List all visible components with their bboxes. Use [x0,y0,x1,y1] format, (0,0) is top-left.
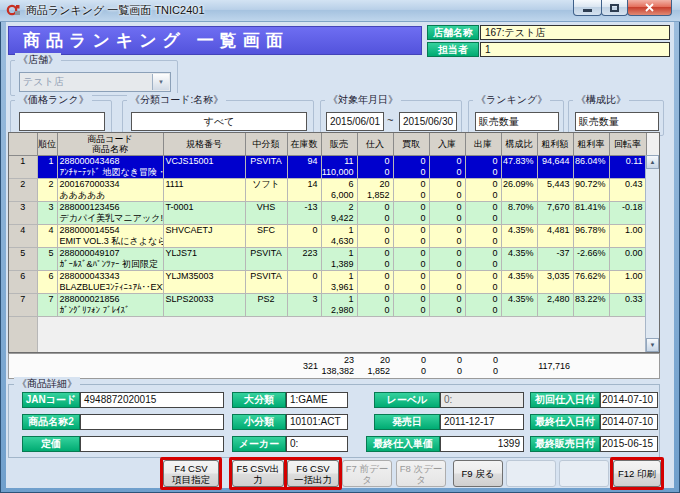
cell-gross-profit: 7,670 [537,201,573,224]
row-number: 6 [9,270,37,293]
cell-mid-class: PS2 [245,293,287,316]
cell-buyback: 00 [393,247,429,270]
cell-stock-in: 00 [429,270,465,293]
cell-stock-out: 00 [465,155,501,178]
minimize-icon [583,9,592,12]
cell-mid-class: VHS [245,201,287,224]
cell-sales: 29,422 [321,201,357,224]
cell-purchase: 00 [357,293,393,316]
header-stock-in: 入庫 [429,133,465,155]
cell-stock-in: 00 [429,155,465,178]
scroll-up-icon[interactable]: ▲ [646,155,659,169]
table-row[interactable]: 77288000021856ｶﾞﾝｸﾞﾘﾌｫﾝ ﾌﾞﾚｲｽﾞSLPS20033P… [9,293,646,316]
table-row[interactable]: 66288000043343BLAZBLUEｺﾝﾃｨﾆｭｱﾑ･･EXTENDYL… [9,270,646,293]
cell-stock: 0 [287,224,321,247]
category-group-label: 《分類コード:名称》 [127,93,226,107]
product-name2-label: 商品名称2 [22,414,80,430]
totals-strip: 321 23 138,382 20 1,852 0 0 0 0 [8,353,660,379]
cell-gross-profit: 2,480 [537,293,573,316]
close-button[interactable] [627,0,672,16]
maximize-button[interactable] [601,0,628,16]
cell-buyback: 00 [393,201,429,224]
cell-purchase: 00 [357,224,393,247]
store-group-label: 《店舗》 [15,53,61,67]
cell-model: T-0001 [163,201,245,224]
date-to-input[interactable]: 2015/06/30 [399,112,457,131]
price-rank-input[interactable] [19,112,105,131]
totals-row: 321 23 138,382 20 1,852 0 0 0 0 [9,354,646,378]
cell-turnover: 0.00 [609,247,646,270]
row-number: 7 [9,293,37,316]
major-class-label: 大分類 [232,392,286,408]
minor-class-label: 小分類 [232,414,286,430]
cell-sales: 14,630 [321,224,357,247]
minimize-button[interactable] [573,0,602,16]
window-title: 商品ランキング 一覧画面 TNIC2401 [26,3,205,18]
grid-header-row: 順位 商品コード 商品名称 規格番号 中分類 在庫数 販売 仕入 買取 入庫 出… [9,133,646,155]
release-date-label: 発売日 [374,414,440,430]
first-purchase-date-label: 初回仕入日付 [530,392,600,408]
f7-previous-data-button: F7 前データ [342,460,392,487]
table-row[interactable]: 22200167000334あああああ1111ソフト1466,000201,85… [9,178,646,201]
label-field-label: レーベル [374,392,440,408]
vertical-scrollbar[interactable]: ▲ ▼ [645,155,659,352]
cell-code-name: 200167000334あああああ [57,178,163,201]
cell-profit-rate: 76.62% [573,270,609,293]
cell-buyback: 00 [393,270,429,293]
date-range-groupbox: 《対象年月日》 2015/06/01 ~ 2015/06/30 [320,100,462,136]
cell-rank: 2 [37,178,57,201]
major-class-value: 1:GAME [286,392,348,408]
cell-stock-out: 00 [465,270,501,293]
category-input[interactable]: すべて [131,112,307,131]
cell-turnover: -0.18 [609,201,646,224]
cell-stock-in: 00 [429,293,465,316]
cell-stock: 3 [287,293,321,316]
table-row[interactable]: 44288000014554EMIT VOL.3 私にさよなら WｹﾞｲﾀｰSH… [9,224,646,247]
f4-csv-field-select-button[interactable]: F4 CSV 項目指定 [163,460,219,487]
cell-mid-class: ソフト [245,178,287,201]
date-from-input[interactable]: 2015/06/01 [326,112,384,131]
total-gross-profit: 117,716 [537,354,573,378]
header-turnover: 回転率 [609,133,646,155]
cell-turnover: 0.43 [609,178,646,201]
cell-rank: 4 [37,224,57,247]
cell-rank: 1 [37,155,57,178]
cell-rank: 5 [37,247,57,270]
ranking-group-label: 《ランキング》 [473,93,550,107]
date-range-group-label: 《対象年月日》 [325,93,401,107]
cell-code-name: 288000043468ｱﾝﾁｬｰﾃｯﾄﾞ 地図なき冒険・・ [57,155,163,178]
scroll-down-icon[interactable]: ▼ [646,338,659,352]
cell-purchase: 00 [357,201,393,224]
detail-section-label: 《商品詳細》 [14,377,80,391]
f6-csv-batch-export-button[interactable]: F6 CSV 一括出力 [287,460,339,487]
row-number: 5 [9,247,37,270]
cell-mid-class: PSVITA [245,270,287,293]
cell-profit-rate: -2.66% [573,247,609,270]
table-row[interactable]: 11288000043468ｱﾝﾁｬｰﾃｯﾄﾞ 地図なき冒険・・VCJS1500… [9,155,646,178]
header-sales: 販売 [321,133,357,155]
composition-input[interactable]: 販売数量 [575,112,659,131]
header-purchase: 仕入 [357,133,393,155]
ranking-input[interactable]: 販売数量 [475,112,559,131]
cell-buyback: 00 [393,178,429,201]
empty-button-slot [506,460,556,487]
window-controls [574,0,672,16]
f12-print-button[interactable]: F12 印刷 [613,460,661,487]
cell-sales: 11,389 [321,247,357,270]
cell-stock-in: 00 [429,247,465,270]
f5-csv-export-button[interactable]: F5 CSV出力 [232,460,284,487]
list-price-value [80,436,224,452]
last-cost-value: 1399 [440,436,524,452]
header-gross-profit: 粗利額 [537,133,573,155]
f9-back-button[interactable]: F9 戻る [453,460,503,487]
cell-composition: 8.70% [501,201,537,224]
cell-buyback: 00 [393,224,429,247]
client-area: 商品ランキング 一覧画面 店舗名称 167:テスト店 担当者 1 《店舗》 テス… [6,22,674,488]
cell-turnover: 0.11 [609,155,646,178]
table-row[interactable]: 33288000123456デカパイ美乳マニアック!其ノ参T-0001VHS-1… [9,201,646,224]
header-stock: 在庫数 [287,133,321,155]
table-row[interactable]: 55288000049107ｶﾞｰﾙｽﾞ&ﾊﾟﾝﾂｧｰ 初回限定YLJS71PS… [9,247,646,270]
page-title: 商品ランキング 一覧画面 [8,26,422,55]
row-number: 4 [9,224,37,247]
category-groupbox: 《分類コード:名称》 すべて [122,100,314,136]
